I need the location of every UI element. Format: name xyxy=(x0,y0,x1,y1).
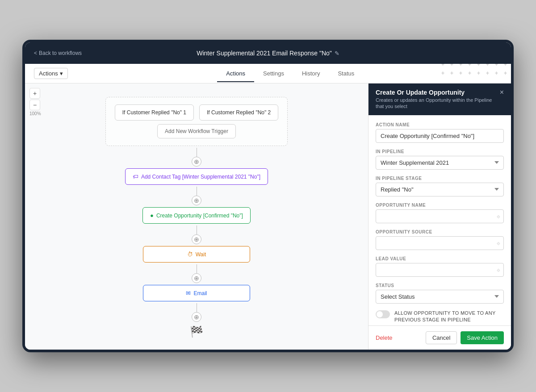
header-title: Winter Supplemental 2021 Email Response … xyxy=(197,50,339,57)
zoom-in-button[interactable]: + xyxy=(29,88,40,99)
connector-line xyxy=(197,303,197,312)
tag-icon: ⟐ xyxy=(497,213,500,220)
save-action-button[interactable]: Save Action xyxy=(461,331,504,344)
panel-header-text: Create Or Update Opportunity Creates or … xyxy=(376,89,500,110)
tabs-navigation: Actions Settings History Status xyxy=(79,66,502,82)
action-node-wait[interactable]: ⏱ Wait xyxy=(143,246,250,263)
cancel-button[interactable]: Cancel xyxy=(426,331,457,344)
tab-history[interactable]: History xyxy=(293,66,329,82)
workflow-area: If Customer Replied "No" 1 If Customer R… xyxy=(96,83,297,350)
connector-3: ⊕ xyxy=(192,225,201,244)
trigger-row: If Customer Replied "No" 1 If Customer R… xyxy=(115,104,279,121)
zoom-level-label: 100% xyxy=(29,111,41,116)
action-node-email[interactable]: ✉ Email xyxy=(143,285,250,301)
opportunity-name-group: OPPORTUNITY NAME ⟐ xyxy=(376,203,504,223)
trigger-container: If Customer Replied "No" 1 If Customer R… xyxy=(105,97,288,146)
toggle-previous-stage-group: ALLOW OPPORTUNITY TO MOVE TO ANY PREVIOU… xyxy=(376,310,504,324)
toggle-previous-stage-label: ALLOW OPPORTUNITY TO MOVE TO ANY PREVIOU… xyxy=(394,310,504,324)
trigger-box-2[interactable]: If Customer Replied "No" 2 xyxy=(199,104,278,121)
opportunity-name-input[interactable] xyxy=(376,209,504,223)
zoom-controls: + − 100% xyxy=(29,88,41,116)
wait-icon: ⏱ xyxy=(187,251,193,258)
connector-line xyxy=(197,187,197,196)
email-icon: ✉ xyxy=(186,290,191,296)
zoom-out-button[interactable]: − xyxy=(29,100,40,110)
actions-dropdown-button[interactable]: Actions ▾ xyxy=(34,68,68,79)
opportunity-source-group: OPPORTUNITY SOURCE ⟐ xyxy=(376,229,504,250)
toggle-previous-stage[interactable] xyxy=(376,310,390,318)
add-action-button-1[interactable]: ⊕ xyxy=(192,157,201,167)
add-action-button-4[interactable]: ⊕ xyxy=(192,273,201,283)
opportunity-source-input-wrapper: ⟐ xyxy=(376,236,504,250)
connector-line xyxy=(197,264,197,273)
footer-actions: Cancel Save Action xyxy=(426,331,504,344)
tabs-bar: Actions ▾ Actions Settings History Statu… xyxy=(25,64,511,83)
panel-title: Create Or Update Opportunity xyxy=(376,89,500,96)
lead-value-input-wrapper: ⟐ xyxy=(376,263,504,277)
add-action-button-3[interactable]: ⊕ xyxy=(192,234,201,244)
tab-status[interactable]: Status xyxy=(329,66,363,82)
action-node-tag[interactable]: 🏷 Add Contact Tag [Winter Supplemental 2… xyxy=(125,168,268,185)
add-action-button-2[interactable]: ⊕ xyxy=(192,196,201,205)
opportunity-source-label: OPPORTUNITY SOURCE xyxy=(376,229,504,234)
app-header: Back to workflows Winter Supplemental 20… xyxy=(25,42,511,64)
lead-value-label: LEAD VALUE xyxy=(376,256,504,261)
lead-value-group: LEAD VALUE ⟐ xyxy=(376,256,504,277)
in-pipeline-label: IN PIPELINE xyxy=(376,149,504,154)
opportunity-name-label: OPPORTUNITY NAME xyxy=(376,203,504,208)
in-pipeline-stage-label: IN PIPELINE STAGE xyxy=(376,176,504,181)
action-name-label: ACTION NAME xyxy=(376,122,504,127)
connector-line xyxy=(197,148,197,157)
main-content: + − 100% If Customer Replied "No" 1 If C… xyxy=(25,83,511,350)
back-to-workflows-link[interactable]: Back to workflows xyxy=(34,50,82,56)
delete-button[interactable]: Delete xyxy=(376,334,393,341)
in-pipeline-stage-select[interactable]: Replied "No" xyxy=(376,183,504,196)
in-pipeline-group: IN PIPELINE Winter Supplemental 2021 xyxy=(376,149,504,170)
tag-icon: ⟐ xyxy=(497,267,500,273)
opportunity-name-input-wrapper: ⟐ xyxy=(376,209,504,223)
add-action-button-5[interactable]: ⊕ xyxy=(192,312,201,322)
connector-line xyxy=(197,225,197,234)
status-label: STATUS xyxy=(376,283,504,288)
tab-actions[interactable]: Actions xyxy=(217,66,254,82)
connector-1: ⊕ xyxy=(192,148,201,167)
in-pipeline-stage-group: IN PIPELINE STAGE Replied "No" xyxy=(376,176,504,196)
edit-title-icon[interactable]: ✎ xyxy=(335,50,339,57)
opportunity-source-input[interactable] xyxy=(376,236,504,250)
panel-header: Create Or Update Opportunity Creates or … xyxy=(368,83,511,115)
status-group: STATUS Select Status xyxy=(376,283,504,304)
lead-value-input[interactable] xyxy=(376,263,504,277)
connector-4: ⊕ xyxy=(192,264,201,283)
tag-icon: 🏷 xyxy=(133,173,138,180)
tab-settings[interactable]: Settings xyxy=(254,66,293,82)
right-panel: Create Or Update Opportunity Creates or … xyxy=(368,83,511,350)
action-node-opportunity[interactable]: ● Create Opportunity [Confirmed "No"] xyxy=(142,207,251,224)
add-trigger-button[interactable]: Add New Workflow Trigger xyxy=(157,124,236,138)
connector-5: ⊕ xyxy=(192,303,201,322)
panel-body: ACTION NAME IN PIPELINE Winter Supplemen… xyxy=(368,115,511,325)
connector-2: ⊕ xyxy=(192,187,201,205)
end-flag: 🏁 xyxy=(190,325,203,338)
in-pipeline-select[interactable]: Winter Supplemental 2021 xyxy=(376,156,504,170)
panel-footer: Delete Cancel Save Action xyxy=(368,325,511,350)
trigger-box-1[interactable]: If Customer Replied "No" 1 xyxy=(115,104,194,121)
panel-subtitle: Creates or updates an Opportunity within… xyxy=(376,97,500,110)
opportunity-icon: ● xyxy=(150,212,154,219)
close-panel-button[interactable]: × xyxy=(500,89,504,96)
status-select[interactable]: Select Status xyxy=(376,290,504,304)
chevron-down-icon: ▾ xyxy=(60,70,63,77)
tag-icon: ⟐ xyxy=(497,240,500,246)
workflow-canvas: + − 100% If Customer Replied "No" 1 If C… xyxy=(25,83,368,350)
action-name-input[interactable] xyxy=(376,129,504,143)
action-name-group: ACTION NAME xyxy=(376,122,504,143)
